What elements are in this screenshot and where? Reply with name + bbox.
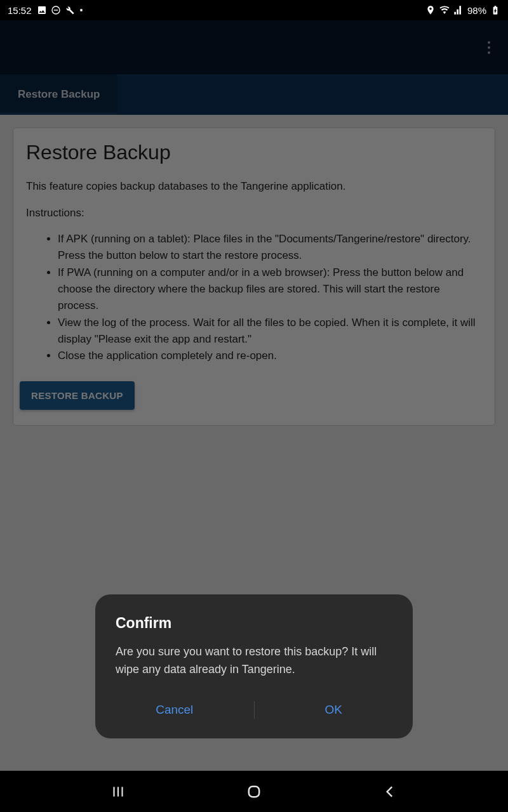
dialog-title: Confirm: [95, 615, 413, 643]
dialog-message: Are you sure you want to restore this ba…: [95, 643, 413, 697]
battery-charging-icon: [490, 5, 500, 15]
recents-icon[interactable]: [110, 783, 126, 800]
status-bar: 15:52 98%: [0, 0, 508, 20]
confirm-dialog: Confirm Are you sure you want to restore…: [95, 594, 413, 738]
location-icon: [425, 5, 436, 15]
ok-button[interactable]: OK: [255, 697, 413, 723]
do-not-disturb-icon: [51, 5, 61, 15]
system-nav-bar: [0, 771, 508, 812]
status-time: 15:52: [8, 5, 32, 16]
signal-icon: [453, 5, 464, 15]
battery-percent: 98%: [467, 5, 486, 16]
wrench-icon: [65, 5, 75, 15]
image-icon: [37, 5, 47, 15]
cancel-button[interactable]: Cancel: [95, 697, 254, 723]
home-icon[interactable]: [245, 783, 263, 801]
back-icon[interactable]: [382, 783, 398, 800]
dialog-actions: Cancel OK: [95, 697, 413, 723]
dot-icon: [80, 9, 83, 11]
svg-rect-5: [249, 786, 259, 796]
wifi-icon: [439, 5, 450, 15]
